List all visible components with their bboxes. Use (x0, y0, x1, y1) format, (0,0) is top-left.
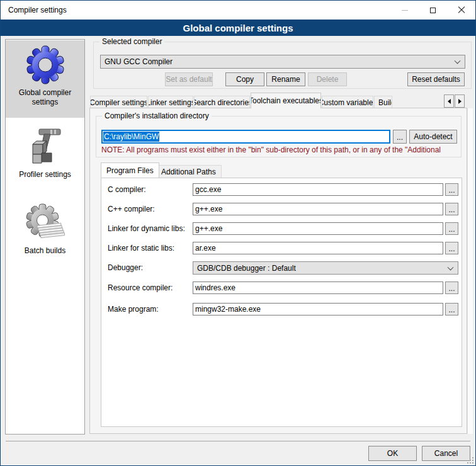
group-legend: Selected compiler (99, 37, 164, 47)
delete-button[interactable]: Delete (308, 72, 347, 86)
linker-dynamic-browse-button[interactable]: ... (445, 222, 458, 235)
sidebar-item-batch-builds[interactable]: Batch builds (6, 199, 84, 265)
tab-toolchain-executables[interactable]: Toolchain executables (251, 93, 321, 108)
c-compiler-label: C compiler: (108, 183, 146, 196)
scrollbar-gutter (467, 108, 473, 434)
page-title: Global compiler settings (183, 23, 293, 33)
selected-path-text: C:\raylib\MinGW (103, 132, 159, 142)
sidebar-item-profiler-settings[interactable]: Profiler settings (6, 125, 84, 189)
blue-gear-icon (6, 45, 84, 87)
banner: Global compiler settings (1, 20, 475, 36)
close-icon (458, 6, 465, 14)
resource-compiler-label: Resource compiler: (108, 281, 173, 294)
program-files-page: C compiler: ... C++ compiler: ... Linker… (101, 178, 462, 427)
profiler-caliper-icon (6, 127, 84, 169)
auto-detect-button[interactable]: Auto-detect (409, 130, 457, 144)
make-program-browse-button[interactable]: ... (445, 303, 458, 315)
sidebar-item-label: Global compiler settings (6, 87, 84, 111)
linker-static-browse-button[interactable]: ... (445, 242, 458, 254)
compiler-select[interactable]: GNU GCC Compiler (100, 55, 465, 69)
toolchain-executables-page: Compiler's installation directory C:\ray… (89, 108, 467, 434)
c-compiler-browse-button[interactable]: ... (445, 183, 458, 196)
tab-linker-settings[interactable]: Linker settings (148, 96, 193, 108)
sidebar-item-label: Batch builds (6, 245, 84, 259)
cpp-compiler-browse-button[interactable]: ... (445, 203, 458, 215)
selected-compiler-group: Selected compiler GNU GCC Compiler Set a… (93, 42, 472, 89)
tab-custom-variables[interactable]: Custom variables (322, 96, 373, 108)
resource-compiler-browse-button[interactable]: ... (445, 281, 458, 294)
minimize-button[interactable] (390, 1, 419, 20)
compiler-select-value: GNU GCC Compiler (105, 57, 173, 66)
installation-directory-input[interactable]: C:\raylib\MinGW (101, 130, 390, 144)
tab-build-options[interactable]: Build options (374, 96, 392, 108)
ok-button[interactable]: OK (368, 446, 417, 461)
minimize-icon (402, 10, 408, 11)
rename-button[interactable]: Rename (266, 72, 305, 86)
subtab-program-files[interactable]: Program Files (101, 162, 159, 178)
chevron-down-icon (455, 58, 461, 64)
maximize-button[interactable] (419, 1, 447, 20)
tab-scroll-right-button[interactable] (455, 94, 465, 108)
tab-scroll-left-button[interactable] (444, 94, 454, 108)
debugger-select-value: GDB/CDB debugger : Default (197, 264, 296, 273)
cpp-compiler-input[interactable] (193, 203, 443, 215)
cpp-compiler-label: C++ compiler: (108, 203, 155, 215)
linker-static-input[interactable] (193, 242, 443, 254)
linker-dynamic-label: Linker for dynamic libs: (108, 222, 185, 235)
chevron-down-icon (448, 264, 454, 270)
window-title: Compiler settings (8, 6, 67, 14)
titlebar: Compiler settings (1, 1, 475, 20)
close-button[interactable] (447, 1, 475, 20)
tab-compiler-settings[interactable]: Compiler settings (90, 96, 147, 108)
arrow-left-icon (448, 99, 451, 104)
resource-compiler-input[interactable] (193, 281, 443, 294)
arrow-right-icon (458, 99, 462, 104)
browse-directory-button[interactable]: ... (393, 130, 407, 144)
c-compiler-input[interactable] (193, 183, 443, 196)
debugger-label: Debugger: (108, 261, 143, 274)
sidebar-item-label: Profiler settings (6, 169, 84, 183)
sidebar-item-global-compiler-settings[interactable]: Global compiler settings (6, 40, 84, 118)
linker-static-label: Linker for static libs: (108, 242, 174, 254)
set-as-default-button[interactable]: Set as default (165, 72, 213, 86)
copy-button[interactable]: Copy (225, 72, 264, 86)
group-legend: Compiler's installation directory (102, 111, 212, 121)
resize-grip-icon[interactable] (467, 457, 473, 463)
subtab-additional-paths[interactable]: Additional Paths (156, 165, 222, 178)
compiler-settings-dialog: Compiler settings Global compiler settin… (0, 0, 476, 466)
tab-search-directories[interactable]: Search directories (194, 96, 250, 108)
gray-gear-papers-icon (6, 203, 84, 245)
settings-category-list: Global compiler settings (5, 39, 85, 435)
make-program-input[interactable] (193, 303, 443, 315)
installation-directory-group: Compiler's installation directory C:\ray… (96, 116, 462, 157)
reset-defaults-button[interactable]: Reset defaults (407, 72, 465, 86)
linker-dynamic-input[interactable] (193, 222, 443, 235)
maximize-icon (430, 8, 436, 13)
cancel-button[interactable]: Cancel (422, 446, 470, 461)
make-program-label: Make program: (108, 303, 159, 315)
note-text: NOTE: All programs must exist either in … (101, 145, 470, 154)
debugger-select[interactable]: GDB/CDB debugger : Default (193, 261, 458, 275)
footer-separator (6, 441, 470, 441)
